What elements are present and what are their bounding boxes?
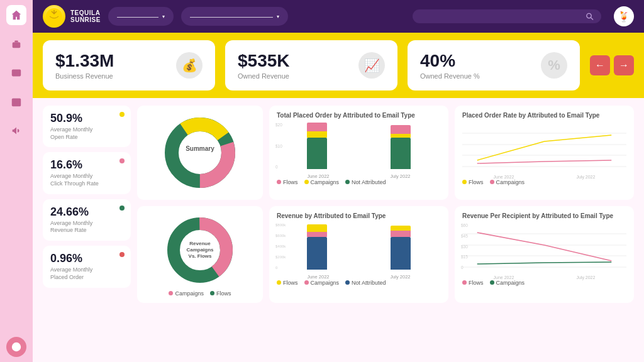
owned-revenue-pct-icon: % xyxy=(541,52,567,79)
rpr-label-july: July 2022 xyxy=(576,275,595,280)
revenue-per-recipient-title: Revenue Per Recipient by Attributed to E… xyxy=(462,212,626,219)
bar-label-june: June 2022 xyxy=(307,173,329,179)
topnav: TEQUILA SUNRISE —————— ▾ ———————————— ▾ … xyxy=(33,0,644,33)
owned-revenue-icon: 📈 xyxy=(358,52,385,79)
open-rate-value: 50.9% xyxy=(50,112,123,125)
main-content: TEQUILA SUNRISE —————— ▾ ———————————— ▾ … xyxy=(33,0,644,362)
svg-rect-0 xyxy=(13,42,21,48)
stat-dot xyxy=(119,158,125,163)
hero-banner: $1.33M Business Revenue 💰 $535K Owned Re… xyxy=(33,33,644,98)
rate-label-june: June 2022 xyxy=(494,175,514,179)
owned-revenue-pct-label: Owned Revenue % xyxy=(420,72,480,80)
stat-dot xyxy=(119,112,125,117)
placed-order-rate-card: Placed Order Rate by Attributed to Email… xyxy=(455,106,634,200)
svg-text:Summary: Summary xyxy=(186,145,214,152)
rev-label-july: July 2022 xyxy=(390,274,410,280)
donut-summary-chart: Summary xyxy=(159,112,241,194)
svg-text:Campaigns: Campaigns xyxy=(186,247,214,253)
stat-dot xyxy=(119,252,125,257)
chevron-down-icon: ▾ xyxy=(277,14,279,19)
stat-open-rate: 50.9% Average MonthlyOpen Rate xyxy=(43,106,131,147)
stat-dot xyxy=(119,206,125,211)
brand-text: TEQUILA SUNRISE xyxy=(70,9,101,23)
donut-summary-card: Summary xyxy=(137,106,263,200)
sidebar-item-home[interactable] xyxy=(6,5,26,25)
search-input[interactable] xyxy=(420,12,580,21)
owned-revenue-pct-value: 40% xyxy=(420,51,480,71)
svg-point-6 xyxy=(587,13,591,18)
owned-revenue-value: $535K xyxy=(238,51,290,71)
stat-revenue-rate: 24.66% Average MonthlyRevenue Rate xyxy=(43,199,131,241)
placed-order-rate-title: Placed Order Rate by Attributed to Email… xyxy=(462,112,626,119)
content-area: $1.33M Business Revenue 💰 $535K Owned Re… xyxy=(33,33,644,362)
sidebar-item-mail[interactable] xyxy=(6,63,26,83)
revenue-per-recipient-card: Revenue Per Recipient by Attributed to E… xyxy=(455,206,634,303)
brand: TEQUILA SUNRISE xyxy=(43,5,101,28)
stat-placed-order: 0.96% Average MonthlyPlaced Order xyxy=(43,246,131,287)
svg-rect-2 xyxy=(12,99,21,107)
donut-revenue-card: Revenue Campaigns Vs. Flows Campaigns Fl… xyxy=(137,206,263,303)
business-revenue-card: $1.33M Business Revenue 💰 xyxy=(43,40,215,90)
stat-group: 50.9% Average MonthlyOpen Rate 16.6% Ave… xyxy=(43,106,131,303)
sidebar: ? xyxy=(0,0,33,362)
rate-label-july: July 2022 xyxy=(576,175,595,179)
placed-order-label: Average MonthlyPlaced Order xyxy=(50,266,123,281)
svg-line-7 xyxy=(591,18,593,20)
revenue-bar-title: Revenue by Attributed to Email Type xyxy=(277,212,441,219)
search-bar xyxy=(413,9,601,23)
brand-logo xyxy=(43,5,65,28)
rpr-label-june: June 2022 xyxy=(494,275,514,280)
cocktail-icon: 🍹 xyxy=(614,6,634,26)
search-icon xyxy=(586,12,594,21)
dropdown-1[interactable]: —————— ▾ xyxy=(108,7,174,26)
dropdown-2[interactable]: ———————————— ▾ xyxy=(181,7,288,26)
stat-ctr: 16.6% Average MonthlyClick Through Rate xyxy=(43,152,131,194)
owned-revenue-pct-card: 40% Owned Revenue % % xyxy=(408,40,580,90)
owned-revenue-card: $535K Owned Revenue 📈 xyxy=(225,40,397,90)
placed-order-rate-legend: Flows Campaigns xyxy=(462,179,626,185)
business-revenue-icon: 💰 xyxy=(176,52,203,79)
open-rate-label: Average MonthlyOpen Rate xyxy=(50,126,123,141)
svg-text:?: ? xyxy=(14,344,18,351)
placed-order-bar-title: Total Placed Order by Attributed to Emai… xyxy=(277,112,441,119)
business-revenue-value: $1.33M xyxy=(55,51,114,71)
placed-order-bar-legend: Flows Campaigns Not Attributed xyxy=(277,179,441,185)
bar-label-july: July 2022 xyxy=(390,173,410,179)
next-button[interactable]: → xyxy=(614,55,634,75)
placed-order-bar-card: Total Placed Order by Attributed to Emai… xyxy=(269,106,448,200)
svg-text:Vs. Flows: Vs. Flows xyxy=(189,253,212,259)
owned-revenue-pct-info: 40% Owned Revenue % xyxy=(420,51,480,80)
sidebar-item-help[interactable]: ? xyxy=(6,337,26,357)
donut-revenue-chart: Revenue Campaigns Vs. Flows xyxy=(162,212,238,288)
owned-revenue-label: Owned Revenue xyxy=(238,72,290,80)
revenue-rate-label: Average MonthlyRevenue Rate xyxy=(50,220,123,234)
ctr-value: 16.6% xyxy=(50,158,123,172)
placed-order-value: 0.96% xyxy=(50,252,123,265)
sidebar-item-calendar[interactable] xyxy=(6,92,26,112)
revenue-bar-card: Revenue by Attributed to Email Type June… xyxy=(269,206,448,303)
revenue-per-recipient-chart xyxy=(462,223,626,270)
business-revenue-label: Business Revenue xyxy=(55,72,114,80)
rev-label-june: June 2022 xyxy=(307,274,329,280)
sidebar-item-briefcase[interactable] xyxy=(6,34,26,54)
business-revenue-info: $1.33M Business Revenue xyxy=(55,51,114,80)
chevron-down-icon: ▾ xyxy=(162,14,165,19)
svg-text:Revenue: Revenue xyxy=(189,241,211,246)
dashboard-grid: 50.9% Average MonthlyOpen Rate 16.6% Ave… xyxy=(33,98,644,310)
placed-order-rate-chart xyxy=(462,123,626,170)
carousel-arrows: ← → xyxy=(590,40,634,90)
donut-revenue-legend: Campaigns Flows xyxy=(169,290,231,297)
prev-button[interactable]: ← xyxy=(590,55,610,75)
revenue-rate-value: 24.66% xyxy=(50,206,123,219)
revenue-bar-legend: Flows Campaigns Not Attributed xyxy=(277,280,441,286)
owned-revenue-info: $535K Owned Revenue xyxy=(238,51,290,80)
ctr-label: Average MonthlyClick Through Rate xyxy=(50,173,123,187)
sidebar-item-megaphone[interactable] xyxy=(6,121,26,141)
revenue-per-recipient-legend: Flows Campaigns xyxy=(462,280,626,286)
